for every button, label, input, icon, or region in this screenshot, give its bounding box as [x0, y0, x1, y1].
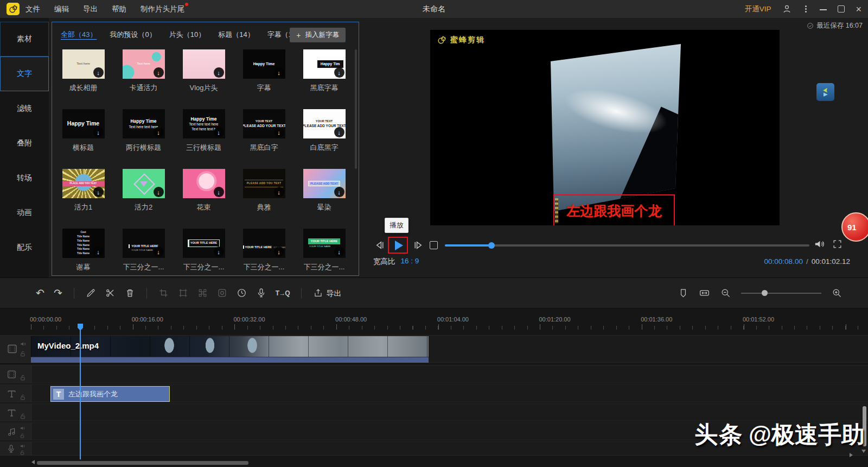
template-thumbnail[interactable]: ↓: [183, 49, 225, 79]
download-icon[interactable]: ↓: [214, 127, 224, 137]
previous-frame-button[interactable]: [374, 239, 386, 251]
menu-item[interactable]: 文件: [25, 4, 40, 14]
sidebar-item[interactable]: 叠附: [0, 126, 49, 161]
aspect-value[interactable]: 16 : 9: [401, 257, 419, 267]
track-audio-icon[interactable]: [20, 443, 25, 449]
track-lock-icon[interactable]: [20, 433, 25, 439]
template-item[interactable]: ↓ Vlog片头: [174, 49, 234, 109]
download-icon[interactable]: ↓: [274, 187, 284, 197]
template-item[interactable]: Happy TimeText here text here ↓ 两行横标题: [113, 109, 174, 169]
delete-button[interactable]: [125, 288, 135, 298]
download-icon[interactable]: ↓: [214, 67, 224, 78]
voiceover-button[interactable]: [256, 288, 266, 298]
subtitle-selection-box[interactable]: 左边跟我画个龙: [553, 194, 675, 225]
library-scrollbar[interactable]: [355, 49, 357, 169]
download-icon[interactable]: ↓: [214, 187, 224, 197]
track-lock-icon[interactable]: [20, 413, 27, 420]
template-item[interactable]: CastTitle NameTitle NameTitle NameTitle …: [53, 229, 113, 276]
template-thumbnail[interactable]: ↓: [123, 169, 165, 198]
fullscreen-icon[interactable]: [832, 239, 843, 249]
template-thumbnail[interactable]: Happy TimeText here text hereText here t…: [183, 109, 225, 138]
download-icon[interactable]: ↓: [214, 247, 224, 257]
export-button[interactable]: 导出: [313, 288, 342, 298]
playhead[interactable]: [80, 324, 81, 459]
sidebar-item[interactable]: 转场: [0, 161, 49, 195]
download-icon[interactable]: ↓: [93, 187, 104, 197]
template-item[interactable]: YOUR TEXTPLEASE ADD YOUR TEXT ↓ 白底黑字: [294, 109, 354, 169]
library-tab[interactable]: 片头（10）: [169, 30, 205, 40]
sidebar-item[interactable]: 动画: [0, 195, 49, 230]
template-item[interactable]: Happy Time ↓ 字幕: [234, 49, 294, 109]
download-icon[interactable]: ↓: [154, 187, 164, 197]
template-thumbnail[interactable]: PLACE ADD YOU TEXT ↓: [62, 169, 105, 198]
undo-button[interactable]: ↶: [36, 288, 44, 298]
zoom-region-button[interactable]: [178, 288, 188, 298]
overlay-track[interactable]: [0, 365, 868, 383]
library-tab[interactable]: 标题（14）: [218, 30, 254, 40]
play-button[interactable]: [388, 237, 408, 254]
template-thumbnail[interactable]: PLEASE ADD YOU TEXT ↓: [243, 169, 285, 198]
menu-item[interactable]: 导出: [83, 4, 98, 14]
menu-item[interactable]: 帮助: [112, 4, 126, 14]
download-icon[interactable]: ↓: [274, 67, 284, 78]
download-icon[interactable]: ↓: [93, 127, 104, 137]
template-thumbnail[interactable]: YOUR TEXTPLEASE ADD YOUR TEXT ↓: [243, 109, 285, 138]
redo-button[interactable]: ↷: [54, 288, 62, 298]
menu-item[interactable]: 制作片头片尾: [141, 4, 184, 14]
seek-slider[interactable]: [445, 244, 809, 247]
edit-button[interactable]: [86, 288, 96, 298]
maximize-button[interactable]: [838, 5, 845, 12]
sidebar-item[interactable]: 素材: [0, 22, 49, 56]
split-button[interactable]: [105, 288, 116, 298]
template-item[interactable]: ↓ 花束: [174, 169, 234, 229]
sidebar-item[interactable]: 文字: [0, 56, 49, 91]
template-thumbnail[interactable]: Happy TimeText here text here ↓: [123, 109, 165, 138]
zoom-in-button[interactable]: [832, 288, 842, 298]
template-item[interactable]: YOUR TITLE HERE ↓ 下三分之一...: [174, 229, 234, 276]
next-frame-button[interactable]: [412, 239, 424, 251]
template-item[interactable]: YOUR TITLE HEREYOUR NAME ↓ 下三分之一...: [234, 229, 294, 276]
template-thumbnail[interactable]: ↓: [183, 169, 225, 198]
download-icon[interactable]: ↓: [154, 67, 164, 78]
track-lock-icon[interactable]: [20, 374, 27, 381]
template-item[interactable]: ↓ 活力2: [113, 169, 174, 229]
zoom-out-button[interactable]: [720, 288, 731, 298]
minimize-button[interactable]: [820, 9, 827, 10]
sidebar-item[interactable]: 配乐: [0, 230, 49, 265]
template-thumbnail[interactable]: Text here ↓: [123, 49, 165, 79]
notification-badge[interactable]: 91: [841, 212, 868, 242]
marker-button[interactable]: [678, 288, 688, 298]
template-item[interactable]: PLACE ADD YOU TEXT ↓ 活力1: [53, 169, 113, 229]
template-thumbnail[interactable]: YOUR TITLE HEREYOUR TITLE NAME ↓: [123, 229, 165, 258]
template-item[interactable]: YOUR TITLE HEREYOUR TITLE NAME ↓ 下三分之一..…: [294, 229, 354, 276]
track-lock-icon[interactable]: [20, 350, 27, 357]
sidebar-item[interactable]: 滤镜: [0, 91, 49, 126]
template-item[interactable]: YOUR TITLE HEREYOUR TITLE NAME ↓ 下三分之一..…: [113, 229, 174, 276]
template-thumbnail[interactable]: Happy Tim ↓: [303, 49, 346, 79]
template-thumbnail[interactable]: Text here ↓: [62, 49, 105, 79]
download-icon[interactable]: ↓: [93, 67, 104, 78]
subtitle-drag-handle[interactable]: [555, 198, 558, 223]
download-icon[interactable]: ↓: [93, 247, 104, 257]
template-thumbnail[interactable]: YOUR TITLE HEREYOUR NAME ↓: [243, 229, 285, 258]
template-item[interactable]: PLEASE ADD YOU TEXT ↓ 典雅: [234, 169, 294, 229]
stop-button[interactable]: [430, 241, 438, 249]
download-icon[interactable]: ↓: [274, 127, 284, 137]
download-icon[interactable]: ↓: [334, 187, 344, 197]
library-tab[interactable]: 我的预设（0）: [110, 30, 156, 40]
menu-item[interactable]: 编辑: [54, 4, 69, 14]
template-thumbnail[interactable]: Happy Time ↓: [62, 109, 105, 138]
zoom-slider-handle[interactable]: [762, 290, 768, 296]
fit-timeline-button[interactable]: [699, 287, 710, 299]
track-lock-icon[interactable]: [20, 450, 25, 456]
track-lock-icon[interactable]: [20, 394, 27, 401]
download-icon[interactable]: ↓: [274, 247, 284, 257]
freeze-frame-button[interactable]: [217, 288, 227, 298]
library-tab[interactable]: 全部（43）: [61, 30, 97, 40]
download-icon[interactable]: ↓: [334, 247, 344, 257]
download-icon[interactable]: ↓: [154, 127, 164, 137]
template-item[interactable]: Text here ↓ 卡通活力: [113, 49, 174, 109]
timeline-ruler[interactable]: 00:00:00.0000:00:16.0000:00:32.0000:00:4…: [0, 308, 868, 335]
template-item[interactable]: Happy Time ↓ 横标题: [53, 109, 113, 169]
template-item[interactable]: PLEASE ADD TEXT ↓ 晕染: [294, 169, 354, 229]
